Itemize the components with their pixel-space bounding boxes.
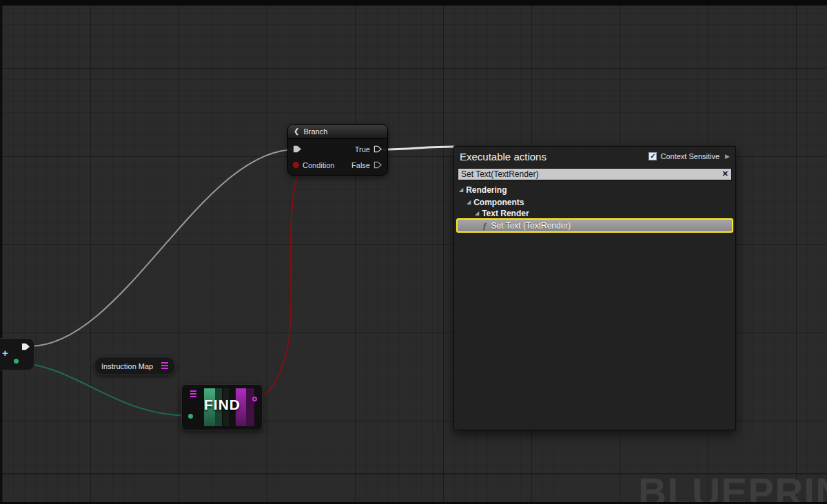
- magenta-output-pin[interactable]: [252, 397, 257, 401]
- expander-icon[interactable]: ◢: [459, 187, 463, 193]
- tree-item-label: Set Text (TextRender): [491, 221, 571, 231]
- instruction-map-node[interactable]: Instruction Map: [94, 357, 176, 375]
- add-pin-icon[interactable]: +: [2, 348, 8, 358]
- context-sensitive-label: Context Sensitive: [660, 152, 719, 160]
- true-exec-wire[interactable]: [381, 147, 454, 149]
- map-pin-icon[interactable]: [161, 362, 168, 370]
- branch-node-title: Branch: [303, 127, 327, 136]
- exec-input-wire[interactable]: [29, 149, 296, 346]
- condition-pin[interactable]: [293, 162, 299, 168]
- instruction-map-label: Instruction Map: [101, 362, 153, 370]
- submenu-arrow-icon[interactable]: ▶: [725, 153, 730, 160]
- false-exec-pin[interactable]: [374, 160, 382, 169]
- action-search-input[interactable]: [458, 168, 732, 180]
- clear-search-icon[interactable]: ✕: [722, 169, 728, 178]
- branch-node-body: True Condition False: [288, 139, 387, 176]
- menu-title: Executable actions: [460, 151, 547, 162]
- true-exec-pin[interactable]: [374, 145, 382, 154]
- tree-item-rendering[interactable]: ◢ Rendering: [454, 184, 735, 196]
- function-icon: ƒ: [482, 221, 487, 230]
- find-node[interactable]: FIND: [181, 384, 263, 430]
- context-sensitive-checkbox[interactable]: ✓: [649, 152, 657, 160]
- action-search-row: ✕: [454, 166, 735, 182]
- exec-out-pin[interactable]: [21, 342, 30, 351]
- green-input-pin[interactable]: [188, 414, 193, 419]
- branch-node[interactable]: ❮ Branch True Con: [287, 124, 388, 176]
- exec-in-pin[interactable]: [293, 145, 302, 154]
- graph-edge-top: [0, 0, 827, 6]
- green-data-pin[interactable]: [14, 359, 19, 364]
- tree-item-label: Text Render: [482, 209, 529, 218]
- blueprint-graph[interactable]: BLUEPRINT + Instruction Map FIND: [0, 0, 827, 504]
- tree-item-label: Rendering: [466, 185, 507, 195]
- condition-bool-wire[interactable]: [258, 166, 299, 398]
- branch-icon: ❮: [294, 128, 299, 135]
- expander-icon[interactable]: ◢: [467, 200, 471, 205]
- condition-pin-label: Condition: [303, 161, 334, 169]
- expander-icon[interactable]: ◢: [475, 211, 479, 216]
- tree-item-components[interactable]: ◢ Components: [454, 196, 735, 209]
- false-pin-label: False: [351, 161, 370, 169]
- context-menu-panel: Executable actions ✓ Context Sensitive ▶…: [453, 146, 736, 430]
- graph-edge-left: [0, 0, 2, 504]
- partial-node[interactable]: +: [0, 338, 34, 370]
- branch-node-header[interactable]: ❮ Branch: [288, 125, 387, 139]
- check-icon: ✓: [650, 153, 655, 160]
- tree-item-label: Components: [473, 198, 524, 207]
- map-input-icon[interactable]: [190, 390, 196, 398]
- find-node-title: FIND: [204, 397, 241, 413]
- blueprint-watermark: BLUEPRINT: [638, 473, 827, 504]
- tree-item-set-text-textrender[interactable]: ƒ Set Text (TextRender): [456, 218, 733, 233]
- action-tree: ◢ Rendering ◢ Components ◢ Text Render ƒ…: [454, 184, 735, 233]
- context-menu-header: Executable actions ✓ Context Sensitive ▶: [454, 147, 735, 166]
- tree-item-text-render[interactable]: ◢ Text Render: [454, 209, 735, 218]
- true-pin-label: True: [355, 145, 370, 154]
